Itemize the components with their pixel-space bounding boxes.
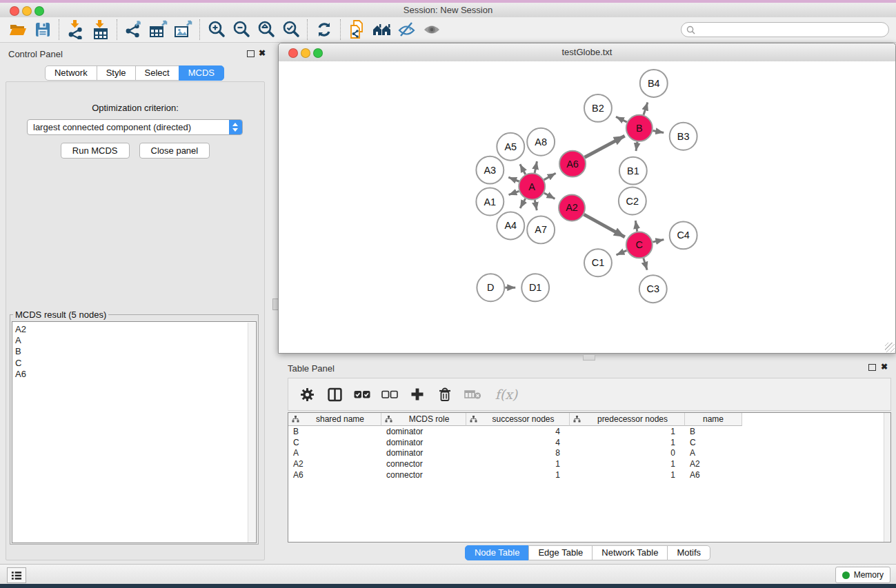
tab-select[interactable]: Select bbox=[135, 65, 179, 81]
graph-edge-C-C3[interactable] bbox=[644, 258, 647, 270]
graph-edge-C-C2[interactable] bbox=[635, 221, 637, 232]
close-panel-button[interactable]: Close panel bbox=[139, 143, 210, 159]
graph-edge-C-C1[interactable] bbox=[617, 250, 627, 255]
result-item[interactable]: C bbox=[15, 358, 256, 369]
graph-edge-B-B2[interactable] bbox=[616, 116, 627, 122]
zoom-selected-button[interactable] bbox=[279, 18, 303, 41]
graph-node-B3[interactable]: B3 bbox=[670, 123, 697, 150]
delete-table-button[interactable] bbox=[464, 385, 481, 403]
graph-edge-A-A1[interactable] bbox=[509, 191, 519, 194]
network-canvas[interactable]: B4B2BB3A8A5A6A3B1AC2A1A2A4A7C4CC1DD1C3 bbox=[279, 61, 895, 353]
graph-node-A4[interactable]: A4 bbox=[497, 212, 524, 239]
graph-edge-A-A7[interactable] bbox=[535, 200, 537, 210]
graph-node-A7[interactable]: A7 bbox=[527, 216, 555, 243]
clone-network-button[interactable] bbox=[345, 18, 370, 41]
result-item[interactable]: A2 bbox=[15, 324, 256, 335]
graph-node-C2[interactable]: C2 bbox=[619, 187, 646, 215]
graph-edge-A-A8[interactable] bbox=[535, 161, 537, 173]
graph-node-A3[interactable]: A3 bbox=[476, 156, 504, 184]
import-network-button[interactable] bbox=[63, 18, 88, 41]
graph-node-A8[interactable]: A8 bbox=[527, 128, 555, 156]
tab-network[interactable]: Network bbox=[45, 65, 97, 81]
refresh-layout-button[interactable] bbox=[312, 18, 337, 41]
table-scrollbar[interactable] bbox=[884, 413, 890, 542]
table-row[interactable]: Adominator80A bbox=[288, 448, 890, 459]
export-network-button[interactable] bbox=[121, 18, 146, 41]
zoom-out-button[interactable] bbox=[229, 18, 254, 41]
search-input[interactable] bbox=[698, 23, 888, 36]
export-table-button[interactable] bbox=[146, 18, 171, 41]
show-columns-button[interactable] bbox=[326, 385, 344, 403]
show-selected-button[interactable] bbox=[419, 18, 444, 41]
result-item[interactable]: B bbox=[15, 346, 256, 357]
optimization-criterion-select[interactable]: largest connected component (directed) bbox=[27, 119, 243, 135]
home-networks-button[interactable] bbox=[370, 18, 395, 41]
close-table-panel-icon[interactable]: ✖ bbox=[881, 362, 888, 372]
tab-motifs[interactable]: Motifs bbox=[667, 545, 710, 560]
graph-node-C[interactable]: C bbox=[626, 232, 653, 258]
hide-selected-button[interactable] bbox=[395, 18, 419, 41]
graph-edge-A-A3[interactable] bbox=[508, 177, 519, 181]
graph-edge-C-C4[interactable] bbox=[653, 240, 664, 243]
graph-node-A6[interactable]: A6 bbox=[559, 151, 586, 177]
graph-node-D[interactable]: D bbox=[477, 274, 504, 301]
column-header-mcds-role[interactable]: MCDS role bbox=[381, 413, 466, 426]
graph-edge-A-A5[interactable] bbox=[520, 164, 526, 174]
graph-node-C1[interactable]: C1 bbox=[584, 249, 612, 276]
float-panel-icon[interactable] bbox=[247, 50, 255, 57]
zoom-in-button[interactable] bbox=[204, 18, 229, 41]
graph-edge-B-B4[interactable] bbox=[644, 102, 648, 114]
graph-node-A[interactable]: A bbox=[519, 174, 545, 200]
open-session-button[interactable] bbox=[6, 18, 30, 41]
graph-node-C4[interactable]: C4 bbox=[670, 221, 697, 249]
tab-edge-table[interactable]: Edge Table bbox=[528, 545, 593, 560]
graph-edge-A-A2[interactable] bbox=[544, 193, 555, 199]
zoom-fit-button[interactable] bbox=[254, 18, 279, 41]
column-header-shared-name[interactable]: shared name bbox=[288, 413, 381, 426]
graph-edge-A-A6[interactable] bbox=[544, 173, 556, 180]
graph-node-A1[interactable]: A1 bbox=[476, 188, 504, 216]
graph-node-B[interactable]: B bbox=[626, 115, 653, 141]
tab-network-table[interactable]: Network Table bbox=[592, 545, 668, 560]
window-resize-grip[interactable] bbox=[885, 343, 895, 352]
close-panel-icon[interactable]: ✖ bbox=[259, 48, 266, 58]
graph-edge-A-A4[interactable] bbox=[520, 199, 526, 208]
table-row[interactable]: Cdominator41C bbox=[288, 437, 890, 448]
graph-node-B4[interactable]: B4 bbox=[640, 70, 668, 97]
graph-edge-A6-B[interactable] bbox=[585, 136, 625, 157]
graph-edge-A2-C[interactable] bbox=[584, 214, 625, 237]
function-builder-button[interactable]: f(x) bbox=[491, 385, 521, 403]
memory-button[interactable]: Memory bbox=[835, 567, 890, 583]
graph-node-D1[interactable]: D1 bbox=[521, 274, 549, 301]
result-scrollbar[interactable] bbox=[248, 323, 255, 543]
search-field[interactable] bbox=[681, 22, 889, 37]
network-window-titlebar[interactable]: testGlobe.txt bbox=[279, 43, 895, 62]
run-mcds-button[interactable]: Run MCDS bbox=[61, 143, 130, 159]
table-row[interactable]: Bdominator41B bbox=[288, 426, 890, 437]
graph-node-A5[interactable]: A5 bbox=[497, 133, 524, 161]
result-item[interactable]: A6 bbox=[15, 369, 256, 380]
column-header-successor-nodes[interactable]: successor nodes bbox=[466, 413, 570, 426]
graph-edge-B-B1[interactable] bbox=[636, 142, 637, 151]
tab-style[interactable]: Style bbox=[97, 65, 136, 81]
table-options-button[interactable] bbox=[298, 385, 316, 403]
table-row[interactable]: A6connector11A6 bbox=[288, 469, 890, 480]
task-history-button[interactable] bbox=[7, 567, 26, 583]
graph-node-A2[interactable]: A2 bbox=[559, 195, 585, 221]
import-table-button[interactable] bbox=[88, 18, 113, 41]
vertical-split-divider[interactable] bbox=[269, 43, 278, 562]
tab-node-table[interactable]: Node Table bbox=[465, 545, 530, 560]
select-all-checkboxes-button[interactable] bbox=[353, 385, 371, 403]
column-header-name[interactable]: name bbox=[685, 413, 742, 426]
float-table-panel-icon[interactable] bbox=[868, 364, 876, 371]
graph-node-B2[interactable]: B2 bbox=[584, 94, 612, 122]
graph-edge-B-B3[interactable] bbox=[653, 130, 664, 132]
table-row[interactable]: A2connector11A2 bbox=[288, 458, 890, 469]
graph-node-B1[interactable]: B1 bbox=[619, 157, 647, 185]
result-item[interactable]: A bbox=[15, 335, 256, 346]
add-column-button[interactable] bbox=[408, 385, 426, 403]
save-session-button[interactable] bbox=[30, 18, 55, 41]
delete-column-button[interactable] bbox=[436, 385, 454, 403]
deselect-all-checkboxes-button[interactable] bbox=[381, 385, 399, 403]
graph-node-C3[interactable]: C3 bbox=[639, 275, 667, 303]
